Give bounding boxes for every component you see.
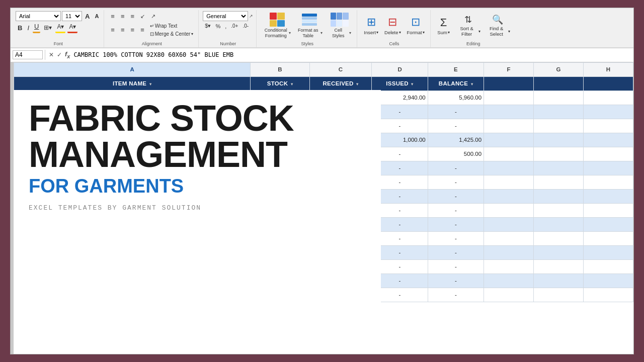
conditional-formatting-btn[interactable]: Conditional Formatting ▾ <box>261 11 293 40</box>
formula-input[interactable] <box>71 51 631 58</box>
insert-dropdown[interactable]: ▾ <box>376 30 378 35</box>
table-cell[interactable] <box>534 203 584 217</box>
font-color-btn[interactable]: A▾ <box>67 22 78 34</box>
table-cell[interactable] <box>534 175 584 189</box>
table-cell[interactable] <box>484 133 534 147</box>
decimal-dec-btn[interactable]: .0- <box>240 22 251 30</box>
cell-styles-dropdown[interactable]: ▾ <box>349 31 351 35</box>
table-cell[interactable] <box>534 245 584 259</box>
format-as-table-btn[interactable]: Format as Table ▾ <box>293 11 325 40</box>
wrap-text-btn[interactable]: ↵ Wrap Text <box>148 22 180 30</box>
sort-dropdown[interactable]: ▾ <box>478 29 480 34</box>
table-cell[interactable] <box>484 231 534 245</box>
table-cell[interactable] <box>484 161 534 175</box>
font-size-select[interactable]: 11 <box>62 11 82 21</box>
received-header[interactable]: RECEIVED ▾ <box>309 76 372 90</box>
table-cell[interactable] <box>484 105 534 119</box>
align-center-btn[interactable]: ≡ <box>118 25 127 35</box>
align-top-right-btn[interactable]: ≡ <box>128 11 137 22</box>
table-cell[interactable]: - <box>428 259 484 274</box>
col-header-c[interactable]: C <box>309 62 372 76</box>
highlight-btn[interactable]: A▾ <box>55 22 66 34</box>
sum-dropdown[interactable]: ▾ <box>448 30 450 35</box>
issued-header[interactable]: ISSUED ▾ <box>372 76 428 90</box>
format-btn[interactable]: ⊡ Format ▾ <box>405 13 427 39</box>
table-cell[interactable] <box>583 147 633 161</box>
table-cell[interactable] <box>534 147 584 161</box>
table-cell[interactable]: 5,960.00 <box>428 90 484 105</box>
table-cell[interactable] <box>484 274 534 288</box>
table-cell[interactable]: - <box>428 105 484 119</box>
col-header-b[interactable]: B <box>251 62 310 76</box>
col-header-g[interactable]: G <box>534 62 584 76</box>
table-cell[interactable] <box>583 175 633 189</box>
issued-dropdown-arrow[interactable]: ▾ <box>411 82 413 86</box>
table-cell[interactable] <box>583 105 633 119</box>
insert-btn[interactable]: ⊞ Insert ▾ <box>361 13 381 39</box>
table-cell[interactable]: - <box>428 161 484 175</box>
delete-btn[interactable]: ⊟ Delete ▾ <box>382 13 403 39</box>
align-justify-btn[interactable]: ≡ <box>138 25 147 35</box>
table-cell[interactable] <box>534 189 584 203</box>
table-cell[interactable]: - <box>428 203 484 217</box>
table-cell[interactable] <box>484 189 534 203</box>
table-cell[interactable] <box>583 189 633 203</box>
table-cell[interactable] <box>484 259 534 274</box>
table-cell[interactable] <box>583 90 633 105</box>
col-header-h[interactable]: H <box>583 62 633 76</box>
table-cell[interactable]: - <box>428 119 484 133</box>
table-cell[interactable] <box>534 119 584 133</box>
balance-header[interactable]: BALANCE ▾ <box>428 76 484 90</box>
align-top-left-btn[interactable]: ≡ <box>108 11 117 22</box>
table-cell[interactable] <box>534 161 584 175</box>
format-table-dropdown[interactable]: ▾ <box>320 31 323 35</box>
table-cell[interactable] <box>534 288 584 302</box>
table-cell[interactable] <box>583 133 633 147</box>
delete-dropdown[interactable]: ▾ <box>399 30 401 35</box>
number-format-select[interactable]: General <box>203 11 248 21</box>
col-header-e[interactable]: E <box>428 62 484 76</box>
table-cell[interactable] <box>484 175 534 189</box>
sort-filter-btn[interactable]: ⇅ Sort & Filter ▾ <box>454 13 482 39</box>
number-format-expand[interactable]: ↗ <box>249 14 253 19</box>
decimal-inc-btn[interactable]: .0+ <box>229 22 240 30</box>
table-cell[interactable] <box>484 203 534 217</box>
insert-function-btn[interactable]: fx <box>63 50 71 59</box>
cell-reference-input[interactable] <box>13 50 43 59</box>
font-size-dec-btn[interactable]: A <box>93 12 101 20</box>
table-cell[interactable]: - <box>428 231 484 245</box>
table-cell[interactable] <box>484 217 534 231</box>
cell-styles-btn[interactable]: Cell Styles ▾ <box>325 11 354 40</box>
format-dropdown[interactable]: ▾ <box>423 30 425 35</box>
table-cell[interactable] <box>534 274 584 288</box>
underline-btn[interactable]: U <box>32 22 41 34</box>
table-cell[interactable]: 1,425.00 <box>428 133 484 147</box>
stock-header[interactable]: STOCK ▾ <box>251 76 310 90</box>
stock-dropdown-arrow[interactable]: ▾ <box>291 82 293 86</box>
table-cell[interactable]: - <box>428 217 484 231</box>
percent-btn[interactable]: % <box>213 22 222 30</box>
table-cell[interactable] <box>583 288 633 302</box>
comma-btn[interactable]: , <box>223 22 228 30</box>
font-name-select[interactable]: Arial <box>16 11 61 21</box>
table-cell[interactable] <box>534 133 584 147</box>
table-cell[interactable] <box>534 217 584 231</box>
col-header-a[interactable]: A <box>14 62 251 76</box>
align-left-btn[interactable]: ≡ <box>108 25 117 35</box>
col-header-f[interactable]: F <box>484 62 534 76</box>
table-cell[interactable] <box>583 203 633 217</box>
table-cell[interactable] <box>484 245 534 259</box>
confirm-formula-btn[interactable]: ✓ <box>55 51 63 58</box>
font-size-inc-btn[interactable]: A <box>83 12 92 21</box>
align-top-center-btn[interactable]: ≡ <box>118 11 127 22</box>
sum-btn[interactable]: Σ Sum ▾ <box>435 13 453 39</box>
item-name-dropdown-arrow[interactable]: ▾ <box>149 82 151 86</box>
balance-dropdown-arrow[interactable]: ▾ <box>471 82 473 86</box>
table-cell[interactable] <box>534 231 584 245</box>
table-cell[interactable]: - <box>428 274 484 288</box>
table-cell[interactable] <box>583 231 633 245</box>
table-cell[interactable] <box>583 217 633 231</box>
table-cell[interactable]: - <box>428 288 484 302</box>
table-cell[interactable] <box>583 259 633 274</box>
received-dropdown-arrow[interactable]: ▾ <box>356 82 358 86</box>
